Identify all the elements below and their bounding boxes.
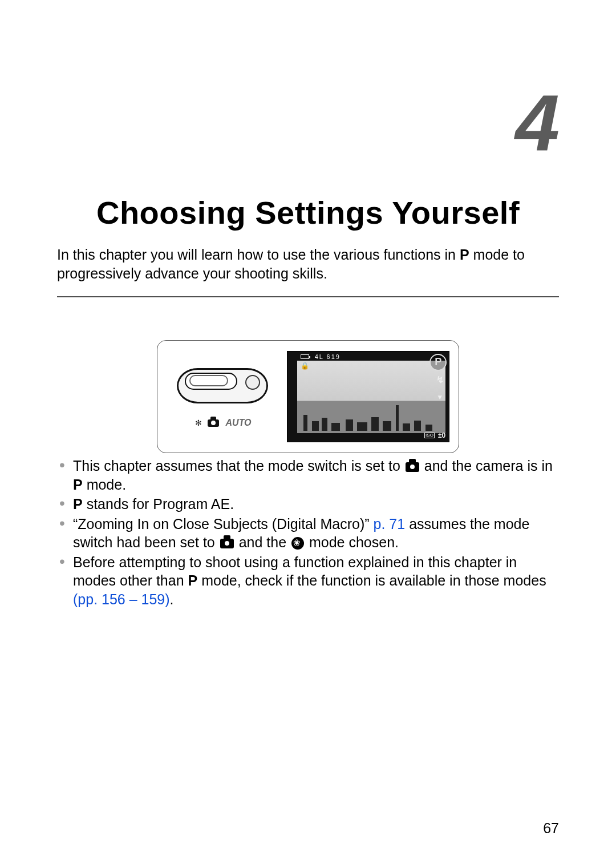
star-icon: ✻ (195, 418, 202, 427)
auto-label: AUTO (226, 418, 252, 428)
chapter-intro: In this chapter you will learn how to us… (57, 245, 559, 282)
manual-page: 4 Choosing Settings Yourself In this cha… (0, 0, 616, 868)
macro-icon (291, 537, 304, 550)
bullet-3: “Zooming In on Close Subjects (Digital M… (57, 515, 559, 552)
p-mode-icon: P (73, 477, 83, 492)
camera-icon (220, 539, 234, 548)
camera-icon (208, 419, 219, 427)
p-mode-icon: P (188, 572, 198, 588)
ev-value: ±0 (438, 431, 445, 439)
b1-text-b: and the camera is in (420, 458, 553, 474)
chapter-number: 4 (515, 83, 556, 163)
camera-figure: ✻ AUTO 4L 619 🔒 P (157, 340, 459, 453)
b1-text-c: mode. (83, 477, 126, 492)
lcd-top-text: 4L 619 (315, 353, 341, 360)
lcd-topbar: 4L 619 (301, 353, 430, 360)
p-mode-icon: P (73, 496, 83, 512)
divider-line (57, 296, 559, 297)
b3-text-d: mode chosen. (305, 534, 399, 550)
p-mode-icon: P (460, 247, 469, 263)
lcd-right-icons: ↯ ▼ (433, 374, 447, 401)
switch-under-icons: ✻ AUTO (195, 418, 252, 428)
page-link-156[interactable]: 156 (102, 591, 125, 607)
page-link-71[interactable]: p. 71 (374, 516, 406, 532)
battery-icon (301, 354, 309, 359)
lcd-preview: 4L 619 🔒 P ↯ ▼ ISO ±0 (287, 351, 449, 443)
b4-period: . (170, 591, 174, 607)
b1-text-a: This chapter assumes that the mode switc… (73, 458, 404, 474)
p-mode-badge: P (429, 354, 447, 371)
bullet-1: This chapter assumes that the mode switc… (57, 457, 559, 494)
figure-container: ✻ AUTO 4L 619 🔒 P (57, 340, 559, 453)
iso-label: ISO (424, 433, 435, 438)
mode-switch-diagram: ✻ AUTO (157, 341, 287, 453)
b2-text: stands for Program AE. (83, 496, 234, 512)
pp-close: ) (165, 591, 169, 607)
page-number: 67 (543, 820, 559, 837)
bullet-2: P stands for Program AE. (57, 495, 559, 514)
chapter-title: Choosing Settings Yourself (57, 194, 559, 231)
lcd-bottom: ISO ±0 (424, 431, 445, 439)
arrow-down-icon: ▼ (436, 393, 443, 401)
bullet-list: This chapter assumes that the mode switc… (57, 457, 559, 608)
b4-text-b: mode, check if the function is available… (197, 572, 546, 588)
intro-text-a: In this chapter you will learn how to us… (57, 247, 460, 263)
lock-icon: 🔒 (301, 362, 309, 370)
page-link-159[interactable]: 159 (141, 591, 165, 607)
pp-open: (pp. (73, 591, 102, 607)
bullet-4: Before attempting to shoot using a funct… (57, 553, 559, 609)
flash-icon: ↯ (436, 374, 444, 385)
b3-text-a: “Zooming In on Close Subjects (Digital M… (73, 516, 374, 532)
page-range-dash: – (125, 591, 141, 607)
b3-text-c: and the (235, 534, 290, 550)
camera-icon (406, 462, 419, 472)
